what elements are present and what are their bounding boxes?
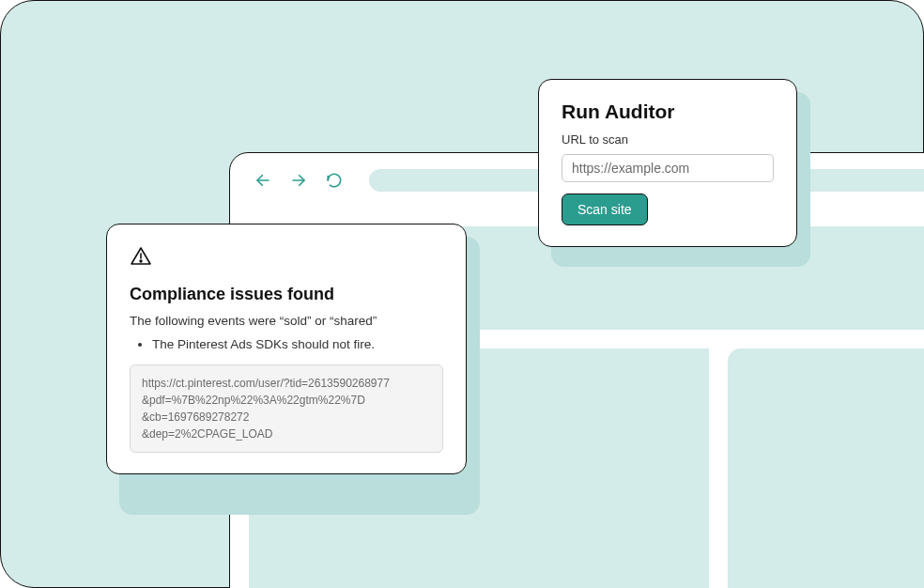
run-auditor-card: Run Auditor URL to scan Scan site	[538, 79, 797, 247]
auditor-title: Run Auditor	[562, 101, 774, 123]
placeholder-tile	[728, 348, 924, 588]
compliance-card: Compliance issues found The following ev…	[106, 224, 467, 474]
illustration-stage: Run Auditor URL to scan Scan site Compli…	[0, 0, 924, 588]
reload-icon[interactable]	[326, 172, 343, 189]
code-line: &dep=2%2CPAGE_LOAD	[142, 426, 431, 442]
scan-site-button[interactable]: Scan site	[562, 193, 648, 225]
compliance-title: Compliance issues found	[130, 285, 443, 304]
issue-item: The Pinterest Ads SDKs should not fire.	[152, 337, 443, 351]
code-line: https://ct.pinterest.com/user/?tid=26135…	[142, 375, 431, 392]
request-snippet: https://ct.pinterest.com/user/?tid=26135…	[130, 364, 443, 453]
code-line: &pdf=%7B%22np%22%3A%22gtm%22%7D	[142, 392, 431, 409]
issue-list: The Pinterest Ads SDKs should not fire.	[130, 337, 443, 351]
forward-icon[interactable]	[290, 172, 307, 189]
warning-icon	[130, 245, 443, 271]
svg-point-3	[140, 260, 142, 262]
url-label: URL to scan	[562, 132, 774, 147]
back-icon[interactable]	[254, 172, 271, 189]
url-input[interactable]	[562, 154, 774, 182]
code-line: &cb=1697689278272	[142, 409, 431, 426]
compliance-subtitle: The following events were “sold” or “sha…	[130, 314, 443, 328]
